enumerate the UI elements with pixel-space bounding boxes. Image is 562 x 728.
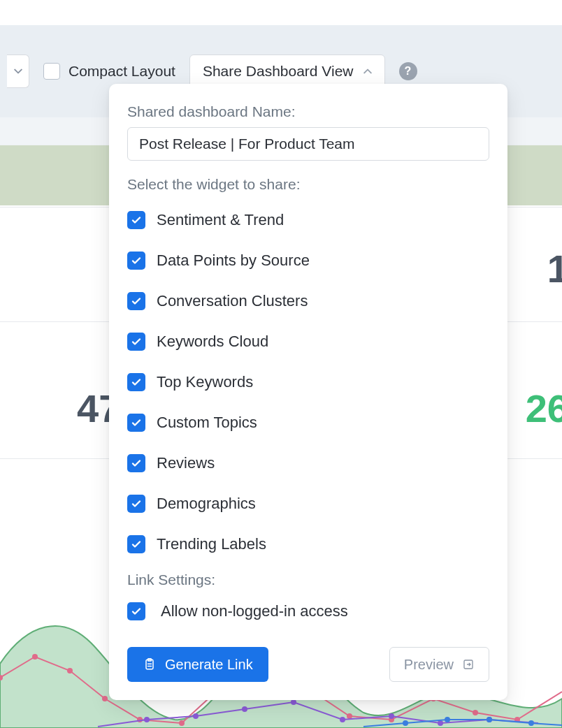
- shared-name-input[interactable]: [127, 127, 489, 161]
- widget-row-reviews[interactable]: Reviews: [127, 443, 489, 483]
- widget-row-trending-labels[interactable]: Trending Labels: [127, 524, 489, 565]
- generate-link-button[interactable]: Generate Link: [127, 647, 268, 682]
- chevron-down-icon: [14, 68, 22, 74]
- allow-anon-label: Allow non-logged-in access: [161, 602, 348, 620]
- svg-point-18: [340, 717, 345, 722]
- checkbox-checked-icon[interactable]: [127, 333, 145, 351]
- link-settings-label: Link Settings:: [127, 572, 489, 588]
- clipboard-icon: [143, 657, 157, 671]
- metric-top-right: 1: [547, 246, 562, 291]
- generate-link-label: Generate Link: [165, 657, 253, 673]
- select-widgets-label: Select the widget to share:: [127, 176, 489, 193]
- widget-row-demographics[interactable]: Demographics: [127, 483, 489, 524]
- checkbox-checked-icon[interactable]: [127, 252, 145, 270]
- checkbox-checked-icon[interactable]: [127, 495, 145, 513]
- svg-point-2: [67, 668, 73, 674]
- checkbox-checked-icon[interactable]: [127, 211, 145, 229]
- share-dashboard-popover: Shared dashboard Name: Select the widget…: [109, 84, 507, 700]
- svg-point-19: [389, 713, 394, 719]
- svg-point-12: [473, 710, 478, 715]
- svg-point-16: [242, 706, 247, 712]
- widget-row-data-points-by-source[interactable]: Data Points by Source: [127, 240, 489, 281]
- widget-checklist: Sentiment & Trend Data Points by Source …: [127, 200, 489, 565]
- preview-button[interactable]: Preview: [389, 647, 489, 682]
- svg-point-25: [528, 720, 534, 726]
- widget-label: Custom Topics: [157, 414, 257, 432]
- widget-label: Sentiment & Trend: [157, 211, 284, 229]
- svg-point-22: [403, 720, 408, 726]
- widget-label: Trending Labels: [157, 535, 266, 553]
- external-link-icon: [462, 658, 475, 671]
- svg-point-15: [193, 713, 199, 719]
- checkbox-checked-icon[interactable]: [127, 602, 145, 620]
- widget-label: Data Points by Source: [157, 252, 310, 270]
- widget-label: Keywords Cloud: [157, 333, 268, 351]
- svg-point-14: [144, 717, 150, 722]
- compact-layout-label: Compact Layout: [69, 63, 175, 80]
- svg-point-17: [291, 699, 296, 705]
- widget-label: Demographics: [157, 495, 256, 513]
- compact-layout-checkbox[interactable]: [43, 63, 60, 80]
- share-dashboard-label: Share Dashboard View: [203, 63, 354, 80]
- widget-row-top-keywords[interactable]: Top Keywords: [127, 362, 489, 402]
- allow-anon-row[interactable]: Allow non-logged-in access: [127, 595, 489, 632]
- share-dashboard-button[interactable]: Share Dashboard View: [189, 54, 385, 88]
- widget-row-keywords-cloud[interactable]: Keywords Cloud: [127, 321, 489, 362]
- svg-point-1: [32, 654, 38, 660]
- widget-label: Conversation Clusters: [157, 292, 308, 310]
- svg-point-5: [179, 720, 185, 726]
- checkbox-checked-icon[interactable]: [127, 292, 145, 310]
- checkbox-checked-icon[interactable]: [127, 535, 145, 553]
- metric-right: 26: [526, 386, 562, 431]
- svg-point-9: [347, 713, 352, 719]
- chevron-up-icon: [363, 68, 372, 74]
- help-icon[interactable]: ?: [399, 62, 417, 80]
- checkbox-checked-icon[interactable]: [127, 414, 145, 432]
- preview-label: Preview: [404, 657, 454, 673]
- widget-label: Reviews: [157, 454, 215, 472]
- svg-point-3: [102, 696, 108, 701]
- checkbox-checked-icon[interactable]: [127, 373, 145, 391]
- shared-name-label: Shared dashboard Name:: [127, 103, 489, 120]
- checkbox-checked-icon[interactable]: [127, 454, 145, 472]
- widget-row-custom-topics[interactable]: Custom Topics: [127, 402, 489, 443]
- svg-point-24: [487, 717, 492, 722]
- svg-point-23: [445, 717, 450, 722]
- widget-label: Top Keywords: [157, 373, 253, 391]
- svg-point-20: [438, 720, 443, 726]
- widget-row-conversation-clusters[interactable]: Conversation Clusters: [127, 281, 489, 321]
- widget-row-sentiment-trend[interactable]: Sentiment & Trend: [127, 200, 489, 240]
- dropdown-caret-box[interactable]: [7, 54, 29, 88]
